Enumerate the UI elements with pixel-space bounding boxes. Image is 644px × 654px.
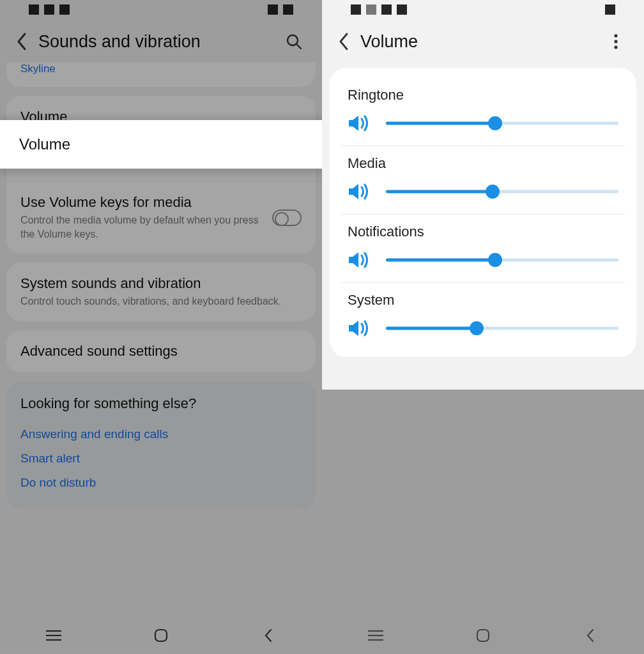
advanced-sound-row[interactable]: Advanced sound settings: [6, 330, 316, 372]
right-screenshot: Volume Ringtone Media: [322, 0, 644, 654]
status-icon: [44, 4, 54, 15]
search-button[interactable]: [281, 29, 307, 54]
channel-notifications: Notifications: [330, 215, 636, 273]
statusbar: [0, 0, 322, 19]
ringtone-sublabel[interactable]: Skyline: [6, 63, 316, 84]
system-sounds-desc: Control touch sounds, vibrations, and ke…: [20, 294, 302, 308]
advanced-sound-card: Advanced sound settings: [6, 330, 316, 372]
speaker-icon: [348, 181, 369, 202]
back-button[interactable]: [9, 29, 34, 54]
recents-icon: [366, 629, 385, 642]
system-slider[interactable]: [386, 321, 618, 336]
recents-button[interactable]: [356, 626, 395, 645]
left-screenshot: Sounds and vibration Skyline Volume Vibr…: [0, 0, 322, 654]
svg-rect-5: [155, 630, 167, 641]
empty-area: [322, 390, 644, 654]
more-vert-icon: [613, 33, 618, 50]
speaker-icon: [348, 112, 369, 134]
svg-line-1: [297, 45, 302, 49]
back-nav-button[interactable]: [571, 626, 610, 645]
left-content: Sounds and vibration Skyline Volume Vibr…: [0, 0, 322, 509]
status-icon: [59, 4, 70, 15]
volume-keys-media-title: Use Volume keys for media: [20, 194, 264, 211]
statusbar: [322, 0, 644, 19]
appbar: Sounds and vibration: [0, 19, 322, 64]
status-icon: [381, 4, 392, 15]
channel-ringtone: Ringtone: [330, 78, 636, 137]
looking-for-title: Looking for something else?: [20, 395, 302, 412]
svg-point-7: [614, 40, 617, 43]
svg-point-8: [614, 45, 617, 49]
speaker-icon: [348, 317, 369, 339]
system-sounds-card: System sounds and vibration Control touc…: [6, 262, 316, 321]
channel-media: Media: [330, 146, 636, 205]
system-sounds-title: System sounds and vibration: [20, 275, 302, 292]
home-icon: [153, 628, 169, 643]
recents-icon: [44, 629, 63, 642]
volume-keys-media-toggle[interactable]: [272, 209, 302, 226]
channel-system: System: [330, 283, 636, 342]
advanced-sound-title: Advanced sound settings: [20, 343, 302, 360]
chevron-left-icon: [263, 628, 274, 643]
status-icon: [283, 4, 293, 15]
status-icon: [605, 4, 615, 15]
lfs-link-smartalert[interactable]: Smart alert: [20, 446, 302, 471]
ringtone-card-stub: Skyline: [6, 63, 316, 87]
more-button[interactable]: [603, 29, 629, 54]
chevron-left-icon: [16, 33, 27, 50]
volume-row-highlighted[interactable]: Volume: [0, 120, 322, 169]
appbar: Volume: [322, 19, 644, 64]
media-label: Media: [348, 155, 618, 172]
status-icon: [351, 4, 361, 15]
volume-highlighted-title: Volume: [19, 135, 303, 153]
lfs-link-dnd[interactable]: Do not disturb: [20, 471, 302, 495]
recents-button[interactable]: [34, 626, 73, 645]
navbar: [322, 617, 644, 654]
ringtone-slider[interactable]: [386, 116, 618, 131]
back-nav-button[interactable]: [249, 626, 288, 645]
status-icon: [268, 4, 278, 15]
home-button[interactable]: [464, 626, 502, 645]
speaker-icon: [348, 249, 369, 271]
volume-keys-media-row[interactable]: Use Volume keys for media Control the me…: [6, 181, 316, 254]
chevron-left-icon: [585, 628, 596, 643]
volume-keys-media-desc: Control the media volume by default when…: [20, 213, 264, 241]
volume-panel: Ringtone Media: [330, 68, 636, 357]
system-sounds-row[interactable]: System sounds and vibration Control touc…: [6, 262, 316, 321]
page-title: Volume: [360, 32, 603, 52]
page-title: Sounds and vibration: [38, 32, 281, 52]
lfs-link-answering[interactable]: Answering and ending calls: [20, 422, 302, 446]
media-slider[interactable]: [386, 184, 618, 199]
chevron-left-icon: [338, 33, 349, 50]
back-button[interactable]: [331, 29, 356, 54]
status-icon: [366, 4, 376, 15]
system-label: System: [348, 292, 618, 308]
notifications-slider[interactable]: [386, 252, 618, 268]
notifications-label: Notifications: [348, 224, 618, 240]
home-button[interactable]: [142, 626, 180, 645]
looking-for-card: Looking for something else? Answering an…: [6, 381, 316, 509]
ringtone-label: Ringtone: [348, 87, 618, 103]
status-icon: [29, 4, 39, 15]
search-icon: [286, 33, 302, 50]
svg-point-0: [288, 35, 298, 45]
navbar: [0, 617, 322, 654]
home-icon: [475, 628, 491, 643]
status-icon: [397, 4, 407, 15]
svg-rect-12: [477, 630, 489, 641]
svg-point-6: [614, 34, 617, 37]
